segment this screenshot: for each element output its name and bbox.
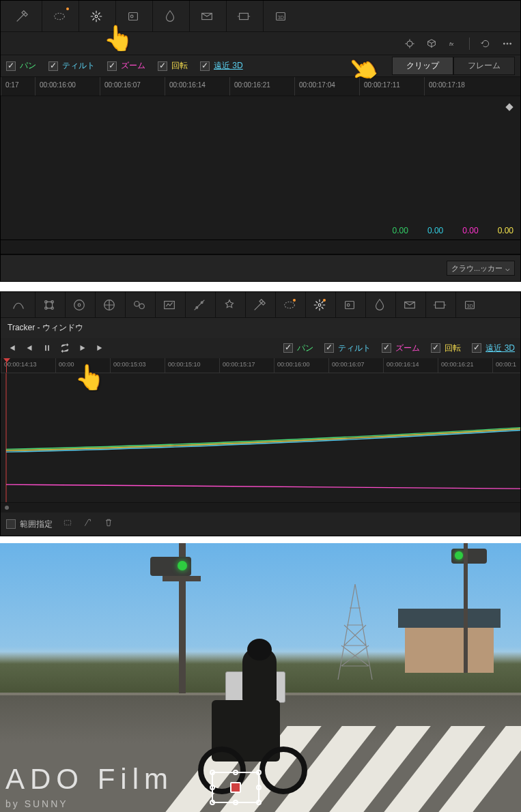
svg-rect-36 xyxy=(64,521,70,525)
timeline-ruler-2[interactable]: 00:00:14:13 00:00 00:00:15:03 00:00:15:1… xyxy=(1,358,520,373)
window-shape2-icon[interactable] xyxy=(275,292,302,318)
track-fwd-step-button[interactable] xyxy=(77,343,88,353)
curves-icon[interactable] xyxy=(5,292,32,318)
tab-frame[interactable]: フレーム xyxy=(453,57,515,75)
warp-icon[interactable] xyxy=(215,292,242,318)
ruler-tick: 00:00:16:14 xyxy=(383,358,438,373)
pause-button[interactable] xyxy=(42,343,53,353)
check-perspective-3d-2[interactable]: 遠近 3D xyxy=(472,343,515,354)
check-range-spec[interactable]: 範囲指定 xyxy=(6,519,53,530)
value-rotate: 0.00 xyxy=(498,226,513,235)
hdr-wheel-icon[interactable] xyxy=(95,292,122,318)
tracker-fx-icon[interactable]: fx xyxy=(445,35,462,53)
loop-button[interactable] xyxy=(59,343,70,353)
blur2-icon[interactable] xyxy=(365,292,393,318)
key2-icon[interactable] xyxy=(395,292,423,318)
tracker-values-readout: 0.00 0.00 0.00 0.00 xyxy=(393,226,513,235)
ruler-tick: 00:00:16:00 xyxy=(35,77,100,96)
svg-rect-33 xyxy=(45,345,46,351)
preview-viewport[interactable]: ADO Film by SUNNY xyxy=(0,543,521,812)
3d2-icon[interactable]: 3D xyxy=(455,292,483,318)
tracker-type-dropdown[interactable]: クラウ...ッカー ⌵ xyxy=(447,261,515,276)
scene-tower xyxy=(335,584,376,680)
check-zoom[interactable]: ズーム xyxy=(107,60,145,72)
options-icon[interactable] xyxy=(498,35,516,53)
svg-point-8 xyxy=(407,41,412,46)
track-rev-all-button[interactable] xyxy=(6,343,17,353)
chevron-down-icon: ⌵ xyxy=(505,264,510,273)
tracker-cube-icon[interactable] xyxy=(423,35,440,53)
check-rotate-2[interactable]: 回転 xyxy=(431,343,461,354)
check-pan-2[interactable]: パン xyxy=(283,343,313,354)
keyframe-diamond-icon[interactable] xyxy=(505,103,513,111)
bounds-icon[interactable] xyxy=(62,517,73,531)
sizing2-icon[interactable] xyxy=(425,292,453,318)
magic-mask-icon[interactable] xyxy=(115,1,150,32)
track-window-overlay[interactable] xyxy=(212,772,259,803)
add-point-icon[interactable] xyxy=(83,517,94,531)
wheel-icon[interactable] xyxy=(65,292,92,318)
playback-controls xyxy=(6,343,106,353)
qualifier-icon[interactable] xyxy=(5,1,39,32)
trash-icon[interactable] xyxy=(103,517,114,531)
window-shape-icon[interactable] xyxy=(42,1,76,32)
qualifier2-icon[interactable] xyxy=(245,292,272,318)
check-perspective-3d[interactable]: 遠近 3D xyxy=(200,60,243,72)
handle-ml[interactable] xyxy=(210,785,215,790)
check-pan[interactable]: パン xyxy=(6,60,36,72)
svg-rect-34 xyxy=(48,345,49,351)
3d-icon[interactable]: 3D xyxy=(263,1,297,32)
tracker-icon[interactable] xyxy=(79,1,113,32)
key-icon[interactable] xyxy=(189,1,223,32)
handle-tr[interactable] xyxy=(256,770,262,775)
ruler-tick: 00:00:17:04 xyxy=(294,77,359,96)
scene-motorcycle xyxy=(184,632,300,789)
playhead[interactable] xyxy=(6,358,7,373)
divider xyxy=(469,38,470,50)
handle-br[interactable] xyxy=(256,800,262,805)
handle-bl[interactable] xyxy=(210,800,215,805)
tracker-graph-curves[interactable] xyxy=(1,373,520,503)
handle-tm[interactable] xyxy=(233,770,238,775)
tracker-target-icon[interactable] xyxy=(401,35,419,53)
tab-clip[interactable]: クリップ xyxy=(392,57,453,75)
track-axis-checkboxes: パン ティルト ズーム 回転 遠近 3D クリップ フレーム xyxy=(1,55,520,77)
tool-palette-top: 3D xyxy=(1,1,520,32)
tracker-graph-empty[interactable]: 0.00 0.00 0.00 0.00 xyxy=(1,96,520,240)
check-tilt[interactable]: ティルト xyxy=(48,60,95,72)
svg-rect-5 xyxy=(239,13,248,19)
handle-tl[interactable] xyxy=(210,770,215,775)
tool-palette-full: 3D xyxy=(1,292,520,318)
svg-point-18 xyxy=(78,304,81,306)
check-zoom-2[interactable]: ズーム xyxy=(382,343,420,354)
value-pan: 0.00 xyxy=(393,226,408,235)
tracker2-icon[interactable] xyxy=(305,292,333,318)
sizing-icon[interactable] xyxy=(226,1,260,32)
blur-icon[interactable] xyxy=(152,1,186,32)
tracker-bottom-bar: 範囲指定 xyxy=(1,512,520,536)
scopes-icon[interactable] xyxy=(155,292,182,318)
svg-point-17 xyxy=(74,300,84,310)
handle-mr[interactable] xyxy=(256,785,262,790)
track-fwd-all-button[interactable] xyxy=(95,343,106,353)
timeline-ruler[interactable]: 0:17 00:00:16:00 00:00:16:07 00:00:16:14… xyxy=(1,77,520,96)
track-rev-step-button[interactable] xyxy=(24,343,35,353)
check-rotate[interactable]: 回転 xyxy=(158,60,188,72)
value-tilt: 0.00 xyxy=(427,226,443,235)
handle-center[interactable] xyxy=(230,782,241,793)
warper-icon[interactable] xyxy=(35,292,62,318)
ruler-tick: 00:00:1 xyxy=(492,358,520,373)
custom-curves-icon[interactable] xyxy=(185,292,212,318)
reset-icon[interactable] xyxy=(477,35,494,53)
tracker-panel-clip: 3D 👆 fx パン ティルト ズーム 回転 遠近 3D クリップ フレーム 👆… xyxy=(0,0,521,282)
mixer-icon[interactable] xyxy=(125,292,152,318)
ruler-tick: 0:17 xyxy=(1,77,35,96)
magic-mask2-icon[interactable] xyxy=(335,292,363,318)
ruler-tick: 00:00:16:21 xyxy=(438,358,492,373)
check-tilt-2[interactable]: ティルト xyxy=(324,343,371,354)
scroll-indicator[interactable] xyxy=(1,503,520,512)
handle-bm[interactable] xyxy=(233,800,238,805)
tracker-playbar: パン ティルト ズーム 回転 遠近 3D xyxy=(1,338,520,358)
svg-point-20 xyxy=(134,301,139,306)
gap xyxy=(0,536,521,543)
